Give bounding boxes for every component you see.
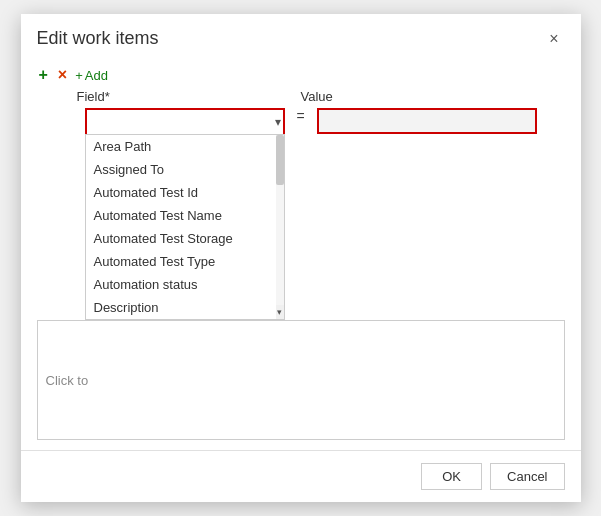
scrollbar-thumb[interactable]: [276, 135, 284, 185]
dialog-title: Edit work items: [37, 28, 159, 49]
column-headers: Field* Value: [37, 89, 565, 104]
field-column-header: Field*: [77, 89, 277, 104]
dialog-footer: OK Cancel: [21, 450, 581, 502]
field-input-box: ▾: [85, 108, 285, 136]
cancel-button[interactable]: Cancel: [490, 463, 564, 490]
edit-work-items-dialog: Edit work items × + × + Add Field* Value: [21, 14, 581, 502]
dialog-header: Edit work items ×: [21, 14, 581, 57]
dropdown-item-automated-test-name[interactable]: Automated Test Name: [86, 204, 284, 227]
ok-button[interactable]: OK: [421, 463, 482, 490]
field-input[interactable]: [87, 110, 283, 134]
add-plus-icon: +: [75, 68, 83, 83]
toolbar-row: + × + Add: [37, 67, 565, 83]
dialog-body: + × + Add Field* Value ▾: [21, 57, 581, 450]
field-input-wrapper: ▾ Area Path Assigned To Automated Test I…: [85, 108, 285, 136]
click-area: Click to: [37, 320, 565, 440]
field-value-row: ▾ Area Path Assigned To Automated Test I…: [37, 108, 565, 136]
add-plus-button[interactable]: +: [37, 67, 50, 83]
value-input-wrapper: [317, 108, 537, 134]
value-input[interactable]: [319, 110, 535, 132]
scrollbar-down-arrow[interactable]: ▾: [276, 305, 284, 319]
dropdown-item-automated-test-storage[interactable]: Automated Test Storage: [86, 227, 284, 250]
scrollbar-track: ▾: [276, 135, 284, 319]
dropdown-item-assigned-to[interactable]: Assigned To: [86, 158, 284, 181]
dropdown-item-area-path[interactable]: Area Path: [86, 135, 284, 158]
value-column-header: Value: [301, 89, 333, 104]
dropdown-item-automation-status[interactable]: Automation status: [86, 273, 284, 296]
dropdown-item-automated-test-type[interactable]: Automated Test Type: [86, 250, 284, 273]
remove-button[interactable]: ×: [56, 67, 69, 83]
dropdown-item-description[interactable]: Description: [86, 296, 284, 319]
dropdown-item-automated-test-id[interactable]: Automated Test Id: [86, 181, 284, 204]
close-button[interactable]: ×: [543, 29, 564, 49]
add-link-button[interactable]: + Add: [75, 68, 108, 83]
click-area-text: Click to: [46, 373, 89, 388]
equals-sign: =: [293, 108, 309, 124]
field-dropdown-list: Area Path Assigned To Automated Test Id …: [85, 134, 285, 320]
